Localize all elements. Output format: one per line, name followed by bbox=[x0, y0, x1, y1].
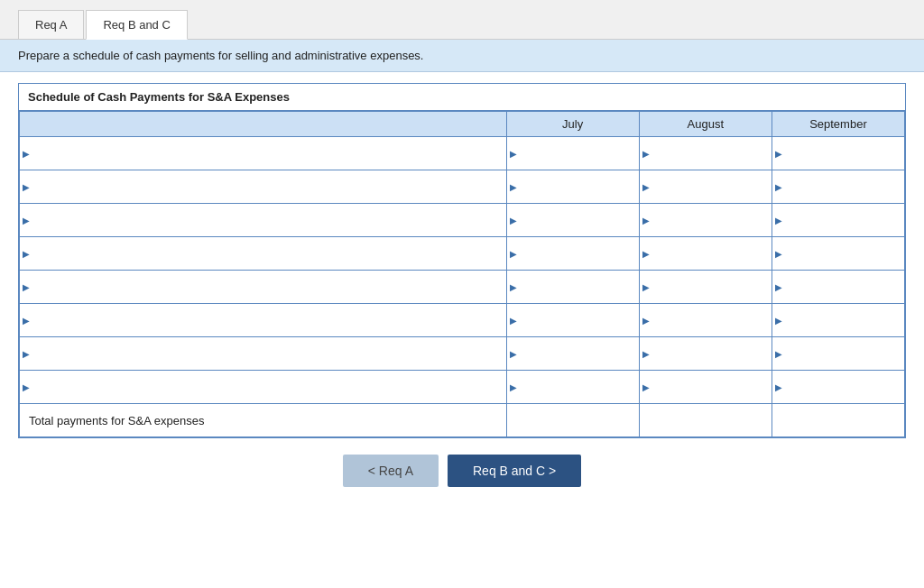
row2-label-input[interactable] bbox=[29, 208, 497, 232]
total-july-cell bbox=[506, 404, 639, 437]
row5-label-cell bbox=[20, 304, 507, 337]
nav-buttons: < Req A Req B and C > bbox=[0, 455, 924, 487]
total-row-label: Total payments for S&A expenses bbox=[29, 414, 204, 427]
main-container: Req A Req B and C Prepare a schedule of … bbox=[0, 0, 924, 588]
row3-july-cell bbox=[506, 237, 639, 271]
row3-september-cell bbox=[772, 237, 904, 271]
row1-september-input[interactable] bbox=[781, 175, 895, 198]
schedule-table: July August September bbox=[19, 111, 905, 437]
row1-august-input[interactable] bbox=[649, 175, 762, 198]
tab-req-b-c[interactable]: Req B and C bbox=[86, 10, 187, 40]
row4-july-cell bbox=[506, 271, 639, 304]
row6-label-input[interactable] bbox=[29, 342, 497, 365]
row0-september-input[interactable] bbox=[781, 142, 895, 165]
tab-req-a-label: Req A bbox=[35, 18, 67, 32]
row6-september-input[interactable] bbox=[781, 342, 895, 365]
row3-september-input[interactable] bbox=[781, 242, 895, 265]
row6-july-cell bbox=[506, 337, 639, 371]
row5-august-cell bbox=[639, 304, 772, 337]
row7-july-input[interactable] bbox=[516, 375, 630, 399]
table-container: Schedule of Cash Payments for S&A Expens… bbox=[18, 83, 906, 438]
row2-july-cell bbox=[506, 204, 639, 237]
row4-july-input[interactable] bbox=[516, 275, 630, 299]
row6-august-cell bbox=[639, 337, 772, 371]
table-title-text: Schedule of Cash Payments for S&A Expens… bbox=[28, 90, 290, 104]
table-row bbox=[20, 371, 905, 404]
total-september-cell bbox=[772, 404, 904, 437]
row4-august-input[interactable] bbox=[649, 275, 762, 299]
row2-august-input[interactable] bbox=[649, 208, 762, 232]
row4-september-input[interactable] bbox=[781, 275, 895, 299]
row1-label-input[interactable] bbox=[29, 175, 497, 198]
table-row bbox=[20, 304, 905, 337]
row3-label-input[interactable] bbox=[29, 242, 497, 265]
row2-september-input[interactable] bbox=[781, 208, 895, 232]
total-row: Total payments for S&A expenses bbox=[20, 404, 905, 437]
row3-label-cell bbox=[20, 237, 507, 271]
tab-req-b-c-label: Req B and C bbox=[103, 18, 170, 32]
table-header-row: July August September bbox=[20, 112, 905, 137]
row7-label-input[interactable] bbox=[29, 375, 497, 399]
row4-label-input[interactable] bbox=[29, 275, 497, 299]
tab-bar: Req A Req B and C bbox=[0, 0, 924, 40]
row7-september-cell bbox=[772, 371, 904, 404]
total-september-input[interactable] bbox=[781, 409, 895, 432]
row0-label-cell bbox=[20, 137, 507, 170]
row6-august-input[interactable] bbox=[649, 342, 762, 365]
row3-july-input[interactable] bbox=[516, 242, 630, 265]
row4-label-cell bbox=[20, 271, 507, 304]
table-row bbox=[20, 337, 905, 371]
instructions-bar: Prepare a schedule of cash payments for … bbox=[0, 40, 924, 72]
row0-label-input[interactable] bbox=[29, 142, 497, 165]
row5-september-cell bbox=[772, 304, 904, 337]
row6-label-cell bbox=[20, 337, 507, 371]
total-august-cell bbox=[639, 404, 772, 437]
total-label-cell: Total payments for S&A expenses bbox=[20, 404, 507, 437]
row5-label-input[interactable] bbox=[29, 308, 497, 332]
table-row bbox=[20, 204, 905, 237]
row4-august-cell bbox=[639, 271, 772, 304]
row0-july-cell bbox=[506, 137, 639, 170]
row1-label-cell bbox=[20, 170, 507, 204]
header-september: September bbox=[772, 112, 904, 137]
tab-req-a[interactable]: Req A bbox=[18, 10, 84, 39]
header-july: July bbox=[506, 112, 639, 137]
row7-label-cell bbox=[20, 371, 507, 404]
row7-august-cell bbox=[639, 371, 772, 404]
row0-august-input[interactable] bbox=[649, 142, 762, 165]
row1-september-cell bbox=[772, 170, 904, 204]
row5-september-input[interactable] bbox=[781, 308, 895, 332]
row5-july-input[interactable] bbox=[516, 308, 630, 332]
row0-august-cell bbox=[639, 137, 772, 170]
total-july-input[interactable] bbox=[516, 409, 630, 432]
table-title: Schedule of Cash Payments for S&A Expens… bbox=[19, 84, 905, 111]
table-row bbox=[20, 237, 905, 271]
header-august: August bbox=[639, 112, 772, 137]
instructions-text: Prepare a schedule of cash payments for … bbox=[18, 49, 423, 62]
row2-september-cell bbox=[772, 204, 904, 237]
table-row bbox=[20, 170, 905, 204]
row1-august-cell bbox=[639, 170, 772, 204]
row2-july-input[interactable] bbox=[516, 208, 630, 232]
row0-september-cell bbox=[772, 137, 904, 170]
row3-august-input[interactable] bbox=[649, 242, 762, 265]
table-row bbox=[20, 137, 905, 170]
row6-july-input[interactable] bbox=[516, 342, 630, 365]
next-button[interactable]: Req B and C > bbox=[448, 455, 581, 487]
row3-august-cell bbox=[639, 237, 772, 271]
prev-button[interactable]: < Req A bbox=[343, 455, 439, 487]
total-august-input[interactable] bbox=[649, 409, 762, 432]
row5-july-cell bbox=[506, 304, 639, 337]
row2-august-cell bbox=[639, 204, 772, 237]
row7-july-cell bbox=[506, 371, 639, 404]
row6-september-cell bbox=[772, 337, 904, 371]
row4-september-cell bbox=[772, 271, 904, 304]
row1-july-input[interactable] bbox=[516, 175, 630, 198]
table-row bbox=[20, 271, 905, 304]
row5-august-input[interactable] bbox=[649, 308, 762, 332]
row7-september-input[interactable] bbox=[781, 375, 895, 399]
row0-july-input[interactable] bbox=[516, 142, 630, 165]
row7-august-input[interactable] bbox=[649, 375, 762, 399]
row1-july-cell bbox=[506, 170, 639, 204]
header-label-col bbox=[20, 112, 507, 137]
